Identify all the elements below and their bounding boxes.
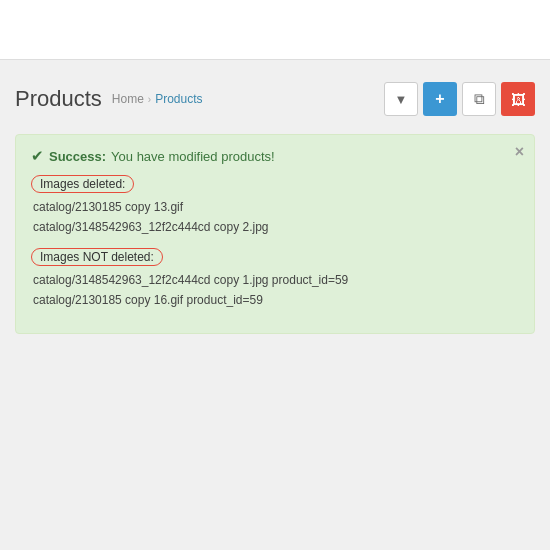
page-header-left: Products Home › Products — [15, 86, 203, 112]
list-item: catalog/3148542963_12f2c444cd copy 1.jpg… — [33, 270, 519, 290]
breadcrumb: Home › Products — [112, 92, 203, 106]
add-icon: + — [435, 90, 444, 108]
list-item: catalog/3148542963_12f2c444cd copy 2.jpg — [33, 217, 519, 237]
copy-icon: ⧉ — [474, 90, 485, 108]
toolbar-buttons: ▼ + ⧉ 🖼 — [384, 82, 535, 116]
page-title: Products — [15, 86, 102, 112]
images-deleted-label: Images deleted: — [31, 175, 134, 193]
image-button[interactable]: 🖼 — [501, 82, 535, 116]
alert-success: × ✔ Success: You have modified products!… — [15, 134, 535, 334]
image-icon: 🖼 — [511, 91, 526, 108]
page-header: Products Home › Products ▼ + ⧉ 🖼 — [15, 70, 535, 126]
filter-button[interactable]: ▼ — [384, 82, 418, 116]
check-icon: ✔ — [31, 147, 44, 165]
images-deleted-section: Images deleted: catalog/2130185 copy 13.… — [31, 175, 519, 238]
breadcrumb-current: Products — [155, 92, 202, 106]
success-prefix: Success: — [49, 149, 106, 164]
images-deleted-list: catalog/2130185 copy 13.gif catalog/3148… — [33, 197, 519, 238]
list-item: catalog/2130185 copy 13.gif — [33, 197, 519, 217]
images-not-deleted-section: Images NOT deleted: catalog/3148542963_1… — [31, 248, 519, 311]
close-button[interactable]: × — [515, 143, 524, 161]
images-not-deleted-list: catalog/3148542963_12f2c444cd copy 1.jpg… — [33, 270, 519, 311]
images-not-deleted-label: Images NOT deleted: — [31, 248, 163, 266]
main-content: Products Home › Products ▼ + ⧉ 🖼 × — [0, 60, 550, 344]
breadcrumb-separator: › — [148, 94, 151, 105]
filter-icon: ▼ — [395, 92, 408, 107]
success-message: You have modified products! — [111, 149, 275, 164]
add-button[interactable]: + — [423, 82, 457, 116]
breadcrumb-home[interactable]: Home — [112, 92, 144, 106]
list-item: catalog/2130185 copy 16.gif product_id=5… — [33, 290, 519, 310]
copy-button[interactable]: ⧉ — [462, 82, 496, 116]
success-header: ✔ Success: You have modified products! — [31, 147, 519, 165]
top-bar — [0, 0, 550, 60]
